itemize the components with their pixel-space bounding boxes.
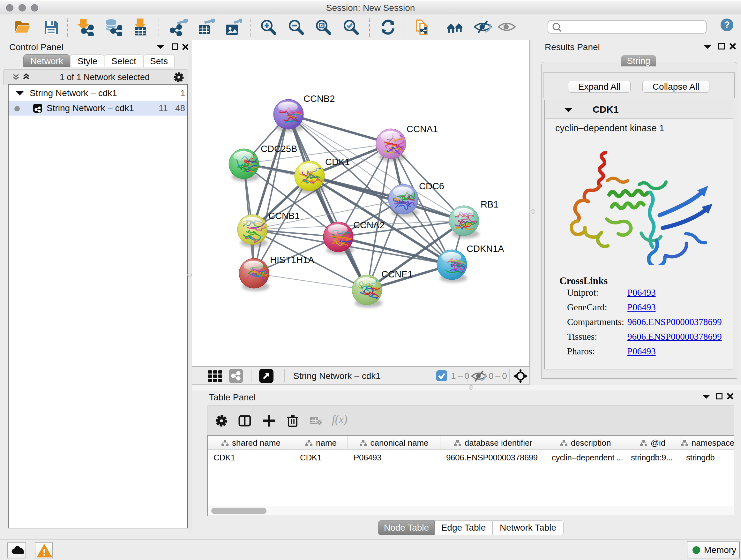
svg-text:CCNE1: CCNE1 [381,269,413,279]
svg-text:CCNA1: CCNA1 [407,124,438,134]
svg-text:CCNA2: CCNA2 [353,220,385,230]
svg-text:CDK1: CDK1 [325,157,350,167]
svg-text:CCNB2: CCNB2 [304,94,335,104]
svg-text:CDC6: CDC6 [419,181,444,191]
svg-text:CCNB1: CCNB1 [268,211,300,221]
svg-text:CDKN1A: CDKN1A [467,244,504,254]
svg-text:?: ? [724,19,730,30]
svg-text:RB1: RB1 [481,199,498,209]
svg-text:CDC25B: CDC25B [261,144,297,154]
svg-text:HIST1H1A: HIST1H1A [270,255,314,265]
